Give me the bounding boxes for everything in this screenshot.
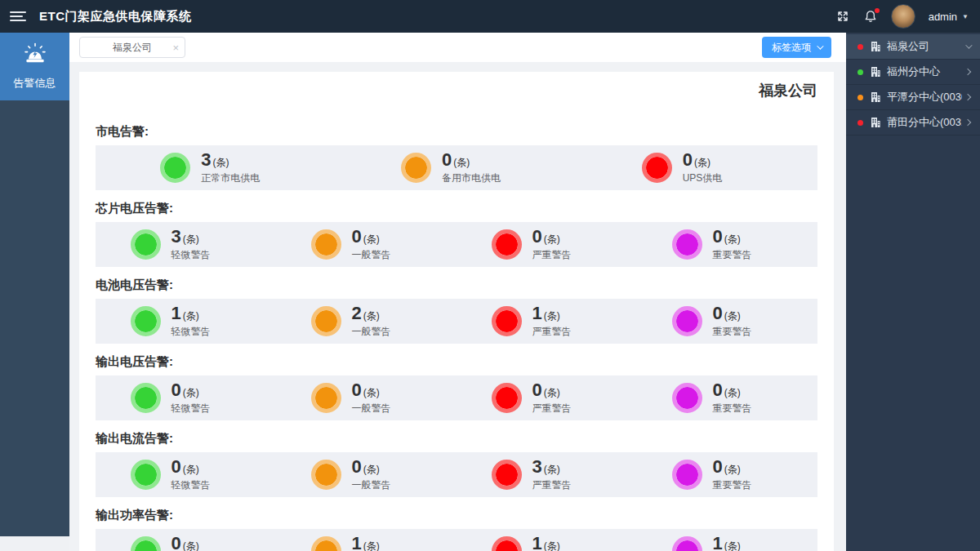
alarm-label: 一般警告 [352, 248, 422, 262]
alarm-count: 1 [172, 304, 181, 322]
status-circle-icon [311, 460, 341, 490]
username: admin [929, 11, 957, 23]
status-circle-icon [311, 306, 341, 336]
status-circle-icon [672, 536, 702, 551]
alarm-stat: 1(条)重要警告 [637, 534, 817, 551]
status-circle-icon [311, 383, 341, 413]
alarm-label: 一般警告 [352, 478, 422, 492]
alarm-count: 0 [352, 457, 362, 476]
status-dot-icon [858, 69, 863, 75]
status-circle-icon [131, 460, 161, 490]
status-circle-icon [642, 153, 672, 183]
user-menu[interactable]: admin ▼ [929, 11, 969, 23]
stat-row: 0(条)轻微警告 0(条)一般警告 3(条)严重警告 0(条)重要警告 [96, 452, 817, 497]
section-heading: 输出功率告警: [96, 507, 817, 523]
alarm-count: 1 [352, 534, 362, 551]
alarm-stat: 1(条)一般警告 [276, 534, 457, 551]
org-tree-item[interactable]: 福泉公司 [846, 34, 980, 60]
alarm-label: 重要警告 [713, 402, 783, 415]
alarm-unit: (条) [724, 463, 741, 477]
sidebar-item-alarm-info[interactable]: 告警信息 [0, 33, 69, 100]
status-circle-icon [131, 229, 161, 260]
org-tree-item[interactable]: 福州分中心 [846, 60, 980, 85]
toolbar: 福泉公司 × 标签选项 [69, 33, 846, 62]
status-circle-icon [131, 536, 161, 551]
chevron-right-icon [964, 119, 971, 126]
section-heading: 输出电压告警: [96, 353, 817, 370]
alarm-count: 1 [532, 534, 542, 551]
top-navbar: ETC门架应急供电保障系统 admin ▼ [0, 0, 980, 33]
status-circle-icon [131, 306, 161, 336]
alarm-label: 一般警告 [352, 402, 422, 415]
org-tree-item[interactable]: 莆田分中心(0031) [846, 110, 980, 136]
alarm-unit: (条) [183, 309, 199, 323]
alarm-label: 轻微警告 [172, 402, 242, 415]
alarm-unit: (条) [544, 463, 560, 477]
status-circle-icon [160, 153, 190, 183]
user-avatar[interactable] [891, 4, 915, 29]
alarm-label: 轻微警告 [172, 478, 242, 492]
app-window: ETC门架应急供电保障系统 admin ▼ [0, 0, 980, 551]
status-circle-icon [492, 460, 522, 490]
chevron-down-icon: ▼ [962, 13, 969, 20]
alarm-label: 轻微警告 [172, 248, 242, 262]
chevron-right-icon [964, 69, 971, 75]
alarm-stat: 0(条)UPS供电 [577, 150, 817, 185]
building-icon [870, 117, 881, 128]
clear-icon[interactable]: × [172, 42, 179, 53]
alarm-count: 0 [442, 150, 452, 169]
stat-row: 0(条)轻微警告 1(条)一般警告 1(条)严重警告 1(条)重要警告 [96, 529, 817, 551]
alarm-unit: (条) [363, 463, 380, 477]
left-sidebar: 告警信息 [0, 33, 69, 536]
alarm-unit: (条) [363, 233, 380, 247]
alarm-unit: (条) [544, 309, 560, 323]
page-body: 告警信息 福泉公司 × 标签选项 福泉公司 市电告警: [0, 33, 980, 551]
section-heading: 市电告警: [96, 123, 817, 140]
status-circle-icon [492, 229, 522, 260]
status-circle-icon [401, 153, 431, 183]
org-tree-item[interactable]: 平潭分中心(0030) [846, 85, 980, 110]
alarm-stat: 0(条)严重警告 [457, 380, 637, 415]
chevron-down-icon [965, 42, 972, 48]
sidebar-item-label: 告警信息 [14, 76, 56, 91]
notification-badge [875, 8, 880, 13]
org-name: 莆田分中心(0031) [887, 115, 962, 130]
alarm-unit: (条) [724, 386, 741, 400]
alarm-count: 0 [172, 380, 181, 399]
alarm-label: 正常市电供电 [201, 171, 271, 185]
section-heading: 电池电压告警: [96, 277, 817, 293]
stat-row: 3(条)正常市电供电 0(条)备用市电供电 0(条)UPS供电 [96, 145, 817, 190]
status-dot-icon [858, 95, 863, 100]
hamburger-menu-icon[interactable] [10, 11, 26, 21]
alarm-stat: 3(条)轻微警告 [96, 227, 276, 262]
status-dot-icon [858, 44, 863, 50]
status-circle-icon [311, 536, 341, 551]
building-icon [870, 66, 881, 78]
left-sidebar-column: 告警信息 [0, 33, 69, 551]
alarm-unit: (条) [363, 540, 380, 551]
fullscreen-icon[interactable] [835, 9, 850, 24]
alarm-label: 重要警告 [713, 325, 783, 339]
alarm-unit: (条) [453, 156, 470, 170]
tag-options-button[interactable]: 标签选项 [762, 37, 831, 58]
alarm-count: 0 [532, 227, 542, 246]
alarm-count: 3 [532, 457, 542, 476]
alarm-stat: 0(条)重要警告 [637, 457, 817, 492]
alarm-unit: (条) [694, 156, 710, 170]
tag-options-label: 标签选项 [772, 41, 811, 55]
company-select[interactable]: 福泉公司 × [79, 37, 185, 58]
alarm-stat: 0(条)重要警告 [637, 227, 817, 262]
stat-row: 0(条)轻微警告 0(条)一般警告 0(条)严重警告 0(条)重要警告 [96, 375, 817, 420]
org-name: 福州分中心 [887, 64, 962, 79]
alarm-stat: 0(条)轻微警告 [96, 534, 276, 551]
status-circle-icon [672, 460, 702, 490]
chevron-down-icon [817, 42, 823, 49]
alarm-stat: 0(条)严重警告 [457, 227, 637, 262]
notification-bell-icon[interactable] [863, 9, 878, 24]
alarm-unit: (条) [183, 233, 199, 247]
alarm-count: 0 [172, 534, 181, 551]
alarm-count: 1 [532, 304, 542, 322]
status-circle-icon [492, 383, 522, 413]
alarm-unit: (条) [544, 233, 560, 247]
status-circle-icon [131, 383, 161, 413]
